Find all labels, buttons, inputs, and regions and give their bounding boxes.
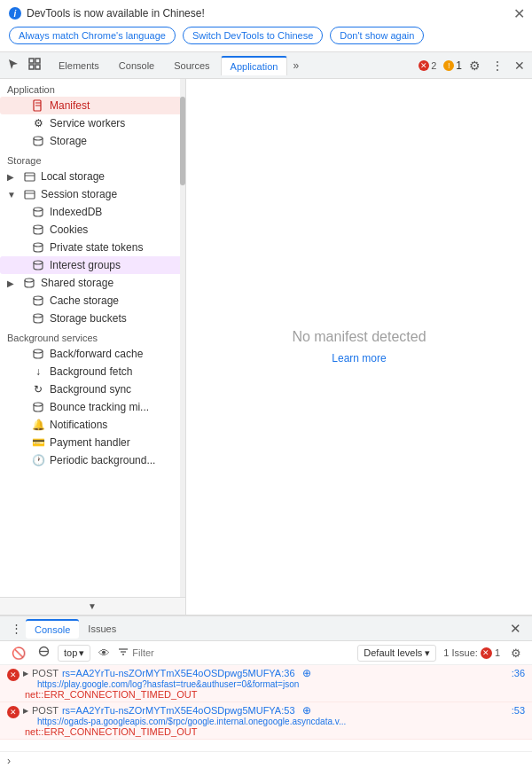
local-storage-icon — [23, 170, 35, 183]
sidebar-section-background-services: Background services — [0, 327, 185, 345]
error-count-button[interactable]: ✕ 2 — [415, 59, 440, 73]
eye-button[interactable]: 👁 — [94, 645, 114, 662]
indexeddb-icon — [32, 206, 44, 218]
clear-console-button[interactable]: 🚫 — [7, 645, 30, 662]
settings-button[interactable]: ⚙ — [466, 57, 484, 74]
svg-point-15 — [34, 261, 43, 264]
sidebar-item-manifest[interactable]: Manifest — [0, 97, 185, 114]
console-tab-console[interactable]: Console — [26, 619, 79, 639]
svg-point-19 — [34, 349, 43, 353]
sidebar-item-service-workers[interactable]: ⚙ Service workers — [0, 114, 185, 132]
log-full-url-2: https://ogads-pa.googleapis.com/$rpc/goo… — [23, 717, 525, 726]
notification-title: i DevTools is now available in Chinese! — [9, 7, 523, 20]
storage-app-label: Storage — [50, 135, 87, 147]
svg-rect-2 — [29, 65, 34, 69]
sidebar-scrollbar[interactable] — [180, 79, 185, 615]
notifications-icon: 🔔 — [32, 419, 44, 431]
switch-devtools-button[interactable]: Switch DevTools to Chinese — [183, 27, 323, 44]
match-language-button[interactable]: Always match Chrome's language — [9, 27, 176, 44]
background-sync-icon: ↻ — [32, 383, 44, 396]
sidebar-item-notifications[interactable]: 🔔 Notifications — [0, 416, 185, 434]
svg-rect-8 — [25, 173, 35, 181]
close-console-button[interactable]: ✕ — [506, 619, 525, 639]
periodic-background-label: Periodic background... — [50, 454, 155, 466]
close-notification-button[interactable]: ✕ — [513, 7, 525, 21]
sidebar-item-back-forward-cache[interactable]: Back/forward cache — [0, 345, 185, 363]
sidebar-item-storage-app[interactable]: Storage — [0, 132, 185, 150]
log-method: POST — [32, 668, 59, 678]
default-levels-arrow: ▾ — [425, 647, 430, 659]
sidebar-item-indexeddb[interactable]: IndexedDB — [0, 203, 185, 221]
sidebar-item-cache-storage[interactable]: Cache storage — [0, 292, 185, 310]
sidebar-item-cookies[interactable]: Cookies — [0, 221, 185, 239]
svg-point-14 — [34, 243, 43, 247]
issue-count: 1 — [495, 647, 500, 658]
sidebar-scroll-down[interactable]: ▼ — [0, 597, 185, 615]
svg-rect-1 — [35, 59, 40, 63]
sidebar-scroll-thumb — [180, 97, 185, 185]
sidebar-item-bounce-tracking[interactable]: Bounce tracking mi... — [0, 398, 185, 416]
shared-storage-icon — [23, 277, 35, 289]
log-url[interactable]: rs=AA2YrTu-nsZOrMYTmX5E4oOSDpwg5MUFYA:36 — [62, 668, 295, 678]
interest-groups-label: Interest groups — [50, 259, 121, 271]
console-settings-button[interactable]: ⚙ — [507, 645, 525, 662]
log-entry: ✕ ▶ POST rs=AA2YrTu-nsZOrMYTmX5E4oOSDpwg… — [0, 702, 532, 740]
console-prompt: › — [0, 751, 532, 770]
sidebar-item-private-state-tokens[interactable]: Private state tokens — [0, 239, 185, 256]
background-fetch-label: Background fetch — [50, 365, 132, 378]
tab-elements[interactable]: Elements — [50, 57, 108, 74]
close-devtools-button[interactable]: ✕ — [511, 57, 528, 74]
console-menu-button[interactable]: ⋮ — [7, 620, 26, 637]
tab-console[interactable]: Console — [110, 57, 163, 74]
sidebar-item-interest-groups[interactable]: Interest groups — [0, 256, 185, 274]
log-url-2[interactable]: rs=AA2YrTu-nsZOrMYTmX5E4oOSDpwg5MUFYA:53 — [62, 705, 295, 716]
log-net-error-1: net::ERR_CONNECTION_TIMED_OUT — [23, 689, 525, 700]
more-menu-button[interactable]: ⋮ — [488, 57, 507, 74]
private-state-tokens-icon — [32, 241, 44, 254]
console-input[interactable] — [14, 755, 525, 767]
console-log-area: ✕ ▶ POST rs=AA2YrTu-nsZOrMYTmX5E4oOSDpwg… — [0, 665, 532, 751]
block-requests-button[interactable] — [34, 644, 54, 662]
info-icon: i — [9, 7, 21, 20]
cursor-icon-button[interactable] — [4, 55, 23, 75]
sidebar-item-local-storage[interactable]: ▶ Local storage — [0, 168, 185, 185]
sidebar-item-background-fetch[interactable]: ↓ Background fetch — [0, 363, 185, 380]
learn-more-link[interactable]: Learn more — [332, 352, 386, 364]
svg-point-16 — [25, 278, 34, 282]
error-dot: ✕ — [419, 60, 429, 71]
cache-storage-icon — [32, 294, 44, 307]
tab-application[interactable]: Application — [221, 56, 288, 75]
sidebar-item-periodic-background[interactable]: 🕐 Periodic background... — [0, 451, 185, 469]
more-tabs-button[interactable]: » — [289, 57, 302, 74]
local-storage-arrow: ▶ — [7, 172, 18, 182]
filter-input[interactable] — [132, 647, 203, 658]
log-expand-arrow[interactable]: ▶ — [23, 670, 28, 678]
top-label: top — [64, 647, 77, 658]
storage-buckets-label: Storage buckets — [50, 312, 127, 325]
sidebar-item-storage-buckets[interactable]: Storage buckets — [0, 310, 185, 327]
sidebar-item-payment-handler[interactable]: 💳 Payment handler — [0, 434, 185, 451]
background-fetch-icon: ↓ — [32, 365, 44, 378]
cookies-label: Cookies — [50, 223, 88, 236]
tab-bar: Elements Console Sources Application » ✕… — [0, 52, 532, 79]
inspect-icon-button[interactable] — [25, 55, 44, 75]
cache-storage-label: Cache storage — [50, 294, 119, 307]
default-levels-dropdown[interactable]: Default levels ▾ — [357, 645, 436, 662]
periodic-background-icon: 🕐 — [32, 454, 44, 466]
sidebar-item-session-storage[interactable]: ▼ Session storage — [0, 185, 185, 203]
bounce-tracking-icon — [32, 401, 44, 413]
sidebar-item-shared-storage[interactable]: ▶ Shared storage — [0, 274, 185, 292]
cookies-icon — [32, 223, 44, 236]
dont-show-again-button[interactable]: Don't show again — [330, 27, 424, 44]
session-storage-icon — [23, 188, 35, 200]
notifications-label: Notifications — [50, 419, 107, 431]
log-expand-arrow-2[interactable]: ▶ — [23, 707, 28, 715]
tab-sources[interactable]: Sources — [165, 57, 218, 74]
sidebar-item-background-sync[interactable]: ↻ Background sync — [0, 380, 185, 398]
notification-buttons: Always match Chrome's language Switch De… — [9, 27, 523, 44]
top-context-dropdown[interactable]: top ▾ — [58, 645, 90, 662]
console-tab-issues[interactable]: Issues — [79, 620, 125, 638]
log-linenum: :36 — [512, 668, 525, 678]
log-line1-2: ▶ POST rs=AA2YrTu-nsZOrMYTmX5E4oOSDpwg5M… — [23, 704, 525, 717]
issue-badge: 1 Issue: ✕ 1 — [440, 646, 504, 661]
